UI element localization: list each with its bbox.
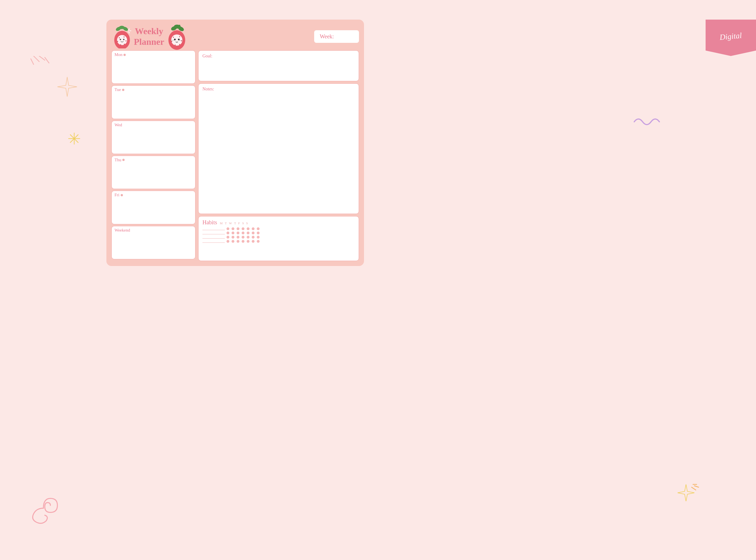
day-thu[interactable]: Thu <box>112 156 195 189</box>
deco-wave-purple <box>633 115 661 129</box>
svg-point-22 <box>120 44 121 45</box>
day-weekend-label: Weekend <box>115 228 192 233</box>
notes-box[interactable]: Notes: <box>198 83 359 214</box>
svg-point-36 <box>173 37 174 38</box>
tue-dot <box>122 89 124 91</box>
svg-point-19 <box>124 36 125 38</box>
svg-point-20 <box>117 41 118 42</box>
week-label: Week: <box>320 33 334 40</box>
day-tue-label: Tue <box>115 87 192 92</box>
svg-line-8 <box>692 487 696 490</box>
svg-point-16 <box>120 39 121 40</box>
svg-point-40 <box>175 44 176 46</box>
habits-day-headers: M T W T F S S <box>220 221 248 225</box>
deco-star-yellow <box>67 132 81 146</box>
goal-box[interactable]: Goal: <box>198 51 359 81</box>
svg-point-33 <box>178 39 180 40</box>
habits-box: Habits M T W T F S S <box>198 216 359 261</box>
svg-line-26 <box>128 32 130 33</box>
deco-sparkle-right <box>672 482 700 504</box>
planner-title-line1: Weekly <box>134 26 164 36</box>
strawberry-right-icon <box>165 23 188 50</box>
planner-title-line2: Planner <box>134 36 164 47</box>
svg-line-3 <box>31 59 34 64</box>
habits-title: Habits <box>202 219 217 226</box>
habits-row-4[interactable] <box>202 240 355 243</box>
habit-line-2 <box>202 232 225 234</box>
day-mon-label: Mon <box>115 52 192 57</box>
thu-dot <box>122 159 125 161</box>
svg-point-32 <box>174 39 176 40</box>
strawberry-left-icon <box>112 25 133 48</box>
day-tue[interactable]: Tue <box>112 85 195 119</box>
svg-line-6 <box>70 135 78 142</box>
planner-card: Weekly Planner <box>106 20 364 266</box>
svg-point-23 <box>124 44 125 45</box>
svg-line-0 <box>34 56 39 62</box>
svg-line-1 <box>39 56 45 60</box>
habits-row-2[interactable] <box>202 232 355 234</box>
habits-row-1[interactable] <box>202 227 355 230</box>
svg-point-15 <box>117 35 127 45</box>
habit-line-4 <box>202 240 225 243</box>
day-mon[interactable]: Mon <box>112 51 195 84</box>
week-box[interactable]: Week: <box>314 30 359 43</box>
mon-dot <box>123 54 126 56</box>
svg-point-39 <box>181 40 182 41</box>
fri-dot <box>121 194 123 196</box>
days-column: Mon Tue Wed Thu <box>112 51 195 261</box>
planner-header: Weekly Planner <box>112 22 359 51</box>
svg-point-17 <box>123 39 125 40</box>
planner-content: Mon Tue Wed Thu <box>112 51 359 261</box>
habit-line-1 <box>202 227 225 230</box>
habit-dots-4 <box>226 240 260 243</box>
goal-label: Goal: <box>202 54 355 59</box>
day-weekend[interactable]: Weekend <box>112 226 195 259</box>
svg-line-7 <box>70 135 78 142</box>
title-block: Weekly Planner <box>134 26 164 47</box>
svg-point-38 <box>171 41 172 42</box>
day-thu-label: Thu <box>115 158 192 162</box>
habits-row-3[interactable] <box>202 236 355 239</box>
svg-line-2 <box>45 57 49 63</box>
day-fri[interactable]: Fri <box>112 191 195 224</box>
svg-point-31 <box>171 35 183 46</box>
habit-dots-2 <box>226 232 260 234</box>
deco-lines-topleft <box>17 56 51 78</box>
svg-line-9 <box>694 486 699 487</box>
right-column: Goal: Notes: Habits M T W T F S S <box>198 51 359 261</box>
day-wed[interactable]: Wed <box>112 121 195 154</box>
svg-point-37 <box>179 36 180 37</box>
svg-point-41 <box>179 44 180 45</box>
habit-line-3 <box>202 236 225 239</box>
deco-diamond-left <box>56 76 78 98</box>
digital-banner: Digital <box>705 20 756 56</box>
day-wed-label: Wed <box>115 123 192 127</box>
digital-label: Digital <box>719 31 742 42</box>
habit-dots-3 <box>226 236 260 239</box>
habit-dots-1 <box>226 227 260 230</box>
svg-line-24 <box>128 29 130 30</box>
svg-point-18 <box>119 37 120 38</box>
svg-point-21 <box>126 40 126 41</box>
day-fri-label: Fri <box>115 193 192 197</box>
deco-swirl-bottomleft <box>25 490 62 526</box>
notes-label: Notes: <box>202 86 355 92</box>
header-left: Weekly Planner <box>112 23 188 50</box>
habits-header: Habits M T W T F S S <box>202 219 355 226</box>
